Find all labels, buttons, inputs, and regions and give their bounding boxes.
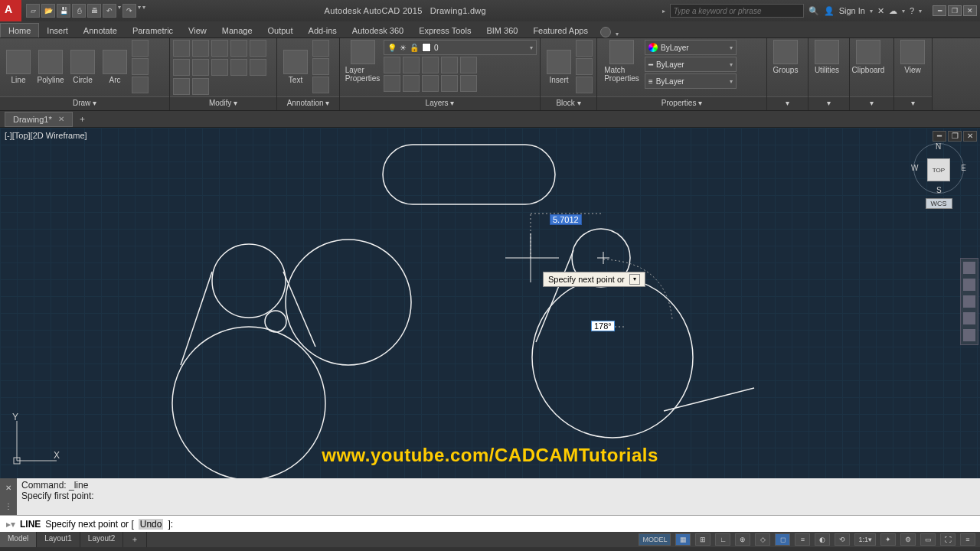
layerfrz-icon[interactable] (422, 57, 439, 73)
search-input[interactable] (670, 4, 804, 18)
minimize-button[interactable]: ━ (933, 5, 946, 16)
signin-button[interactable]: Sign In (839, 6, 865, 15)
fillet-icon[interactable] (192, 59, 209, 76)
layer-properties-button[interactable]: Layer Properties (343, 40, 382, 83)
layerunlock-icon[interactable] (441, 75, 458, 92)
panel-title[interactable]: Annotation ▾ (277, 96, 339, 110)
scale-icon[interactable] (250, 59, 266, 76)
layeroff-icon[interactable] (384, 57, 400, 73)
showmotion-icon[interactable] (963, 329, 975, 341)
isodraft-icon[interactable]: ◇ (755, 533, 770, 546)
view-button[interactable]: View (897, 40, 928, 74)
text-button[interactable]: Text (280, 50, 311, 84)
rectangle-icon[interactable] (132, 40, 149, 57)
panel-title[interactable]: Properties ▾ (597, 96, 766, 110)
annoscale-button[interactable]: 1:1 ▾ (854, 533, 876, 546)
tab-view[interactable]: View (181, 24, 214, 37)
redo-dropdown-icon[interactable]: ▾ (138, 4, 141, 18)
grid-toggle-icon[interactable]: ▦ (675, 533, 691, 546)
cmd-keyword[interactable]: Undo (139, 519, 164, 530)
maximize-button[interactable]: ❐ (948, 5, 962, 16)
linetype-combo[interactable]: ≡ByLayer▾ (645, 73, 737, 89)
trim-icon[interactable] (211, 40, 228, 57)
steering-wheel-icon[interactable] (963, 262, 975, 274)
panel-title[interactable]: Draw ▾ (0, 96, 169, 110)
edit-block-icon[interactable] (576, 58, 593, 75)
groups-button[interactable]: Groups (770, 40, 801, 74)
dimension-icon[interactable] (312, 40, 329, 57)
tab-featured[interactable]: Featured Apps (525, 24, 596, 37)
lineweight-icon[interactable]: ≡ (795, 533, 810, 546)
snapmode-icon[interactable]: ⊞ (695, 533, 710, 546)
layerlock-icon[interactable] (441, 57, 458, 73)
modelspace-button[interactable]: MODEL (639, 533, 671, 546)
customize-status-icon[interactable]: ≡ (960, 533, 975, 546)
tab-insert[interactable]: Insert (39, 24, 76, 37)
qat-open-icon[interactable]: 📂 (41, 4, 55, 18)
tab-manage[interactable]: Manage (214, 24, 260, 37)
qat-customize-icon[interactable]: ▾ (142, 4, 145, 18)
qat-new-icon[interactable]: ▱ (26, 4, 40, 18)
clipboard-button[interactable]: Clipboard (853, 40, 884, 74)
layeruniso-icon[interactable] (403, 75, 420, 92)
offset-icon[interactable] (192, 78, 209, 95)
annovis-icon[interactable]: ✦ (880, 533, 896, 546)
drawing-canvas[interactable]: [-][Top][2D Wireframe] ━ ❐ ✕ 5.7012 178° (0, 128, 980, 478)
search-icon[interactable]: 🔍 (808, 6, 819, 16)
panel-title[interactable]: ▾ (808, 96, 849, 110)
line-button[interactable]: Line (3, 50, 34, 84)
app-menu-icon[interactable] (0, 0, 21, 21)
orbit-icon[interactable] (963, 312, 975, 324)
hatch-icon[interactable] (132, 77, 149, 93)
layeriso-icon[interactable] (403, 57, 420, 73)
tab-a360[interactable]: Autodesk 360 (345, 24, 411, 37)
exchange-icon[interactable]: ✕ (877, 6, 884, 16)
utilities-button[interactable]: Utilities (812, 40, 842, 74)
erase-icon[interactable] (230, 40, 247, 57)
pan-icon[interactable] (963, 279, 975, 291)
tab-annotate[interactable]: Annotate (76, 24, 125, 37)
transparency-icon[interactable]: ◐ (815, 533, 830, 546)
move-icon[interactable] (173, 40, 190, 57)
panel-title[interactable]: Block ▾ (541, 96, 596, 110)
tab-parametric[interactable]: Parametric (125, 24, 181, 37)
layercur-icon[interactable] (460, 75, 477, 92)
polar-icon[interactable]: ⊕ (735, 533, 750, 546)
layout1-tab[interactable]: Layout1 (37, 532, 80, 547)
color-combo[interactable]: ByLayer▾ (645, 40, 737, 55)
drawing-tab[interactable]: Drawing1*✕ (5, 112, 73, 127)
ellipse-icon[interactable] (132, 58, 149, 75)
panel-title[interactable]: Layers ▾ (340, 96, 540, 110)
cmd-close-icon[interactable]: ✕ (5, 484, 11, 492)
wcs-button[interactable]: WCS (926, 198, 952, 209)
qat-undo-icon[interactable]: ↶ (103, 4, 116, 18)
layerthaw-icon[interactable] (422, 75, 439, 92)
command-line[interactable]: ▸▾ LINE Specify next point or [Undo]: (0, 515, 980, 532)
layer-combo[interactable]: 💡 ☀ 🔓 0 ▾ (384, 40, 537, 55)
model-tab[interactable]: Model (0, 532, 37, 547)
new-drawing-tab-icon[interactable]: ＋ (74, 113, 91, 125)
lineweight-combo[interactable]: ━ByLayer▾ (645, 57, 737, 72)
ribbon-cycle-icon[interactable] (600, 27, 611, 37)
a360-icon[interactable]: 👤 (824, 6, 835, 16)
array-icon[interactable] (173, 78, 190, 95)
create-block-icon[interactable] (576, 40, 593, 57)
match-properties-button[interactable]: Match Properties (600, 40, 643, 83)
close-button[interactable]: ✕ (963, 5, 977, 16)
leader-icon[interactable] (312, 58, 329, 75)
arc-button[interactable]: Arc (100, 50, 130, 84)
tab-bim360[interactable]: BIM 360 (479, 24, 525, 37)
layout2-tab[interactable]: Layout2 (80, 532, 124, 547)
dynamic-angle-input[interactable]: 178° (591, 321, 615, 331)
copy-icon[interactable] (250, 40, 266, 57)
polyline-button[interactable]: Polyline (35, 50, 66, 84)
dynamic-distance-input[interactable]: 5.7012 (550, 214, 582, 225)
infocenter-chevron-icon[interactable]: ▸ (662, 8, 665, 15)
layeron-icon[interactable] (384, 75, 400, 92)
osnap-icon[interactable]: ◻ (775, 533, 790, 546)
layermatch-icon[interactable] (460, 57, 477, 73)
cmd-handle-icon[interactable]: ⋮ (5, 502, 12, 510)
stayconnected-icon[interactable]: ☁ (889, 6, 897, 16)
explode-icon[interactable] (211, 59, 228, 76)
cycling-icon[interactable]: ⟲ (835, 533, 850, 546)
